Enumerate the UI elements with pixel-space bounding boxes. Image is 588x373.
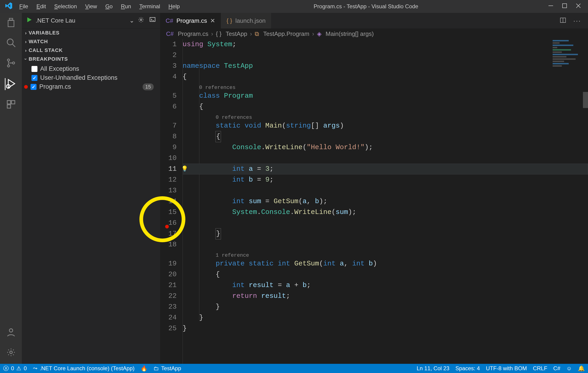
status-encoding[interactable]: UTF-8 with BOM (486, 365, 527, 372)
app-icon (2, 2, 15, 11)
status-language[interactable]: C# (553, 365, 560, 372)
error-icon: ⓧ (3, 365, 9, 372)
activity-accounts-icon[interactable] (6, 327, 16, 338)
section-variables[interactable]: ›VARIABLES (22, 29, 160, 37)
bp-user-unhandled[interactable]: User-Unhandled Exceptions (29, 73, 160, 82)
breakpoints-list: All Exceptions User-Unhandled Exceptions… (22, 64, 160, 91)
tab-program-cs[interactable]: C# Program.cs ✕ (160, 13, 221, 29)
lightbulb-icon[interactable]: 💡 (181, 164, 188, 174)
debug-console-icon[interactable] (149, 16, 156, 25)
section-breakpoints[interactable]: ›BREAKPOINTS (22, 55, 160, 64)
menu-help[interactable]: Help (164, 3, 184, 10)
codelens-references[interactable]: 0 references (183, 82, 588, 91)
debug-alt-icon: ⤳ (33, 365, 37, 372)
window-maximize-icon[interactable] (562, 3, 567, 10)
menu-go[interactable]: Go (101, 3, 117, 10)
menu-terminal[interactable]: Terminal (135, 3, 164, 10)
editor-body[interactable]: 1234 56 78910 11121314 15161718 19202122… (160, 39, 588, 364)
status-bar: ⓧ0 ⚠0 ⤳ .NET Core Launch (console) (Test… (0, 364, 588, 373)
window-close-icon[interactable] (576, 3, 581, 10)
titlebar: File Edit Selection View Go Run Terminal… (0, 0, 588, 13)
status-indent[interactable]: Spaces: 4 (455, 365, 480, 372)
svg-point-7 (7, 65, 10, 67)
menu-selection[interactable]: Selection (50, 3, 81, 10)
status-feedback-icon[interactable]: ☺ (566, 365, 572, 372)
svg-point-6 (7, 59, 10, 61)
svg-point-13 (9, 329, 13, 332)
section-callstack[interactable]: ›CALL STACK (22, 46, 160, 55)
editor-group: C# Program.cs ✕ { } launch.json ··· C# P… (160, 13, 588, 364)
tab-launch-json[interactable]: { } launch.json (221, 13, 271, 29)
activity-source-control-icon[interactable] (6, 58, 16, 69)
codelens-references[interactable]: 1 reference (183, 250, 588, 258)
sidebar-debug: .NET Core Lau ⌄ ›VARIABLES ›WATCH ›CALL … (22, 13, 160, 364)
svg-point-4 (7, 39, 13, 45)
class-icon: ⧉ (255, 30, 259, 37)
bp-label: All Exceptions (40, 65, 79, 72)
csharp-file-icon: C# (166, 30, 174, 37)
status-eol[interactable]: CRLF (533, 365, 547, 372)
warning-icon: ⚠ (16, 365, 21, 372)
status-cursor-position[interactable]: Ln 11, Col 23 (417, 365, 450, 372)
debug-config-dropdown[interactable]: .NET Core Lau (36, 17, 126, 24)
close-icon[interactable]: ✕ (210, 17, 215, 24)
section-watch[interactable]: ›WATCH (22, 37, 160, 46)
activity-search-icon[interactable] (6, 38, 16, 49)
editor-tabs: C# Program.cs ✕ { } launch.json ··· (160, 13, 588, 29)
status-debug-target[interactable]: ⤳ .NET Core Launch (console) (TestApp) (33, 365, 135, 372)
window-minimize-icon[interactable] (548, 3, 554, 10)
svg-rect-11 (11, 101, 15, 104)
svg-line-5 (12, 44, 15, 47)
window-title: Program.cs - TestApp - Visual Studio Cod… (184, 3, 548, 10)
start-debug-icon[interactable] (26, 17, 32, 25)
checkbox-icon[interactable] (32, 66, 37, 72)
menu-view[interactable]: View (81, 3, 101, 10)
svg-point-8 (12, 62, 14, 64)
status-flame-icon[interactable]: 🔥 (141, 365, 147, 372)
bp-all-exceptions[interactable]: All Exceptions (29, 64, 160, 73)
activity-explorer-icon[interactable] (6, 18, 16, 29)
svg-rect-12 (7, 105, 10, 108)
menu-bar: File Edit Selection View Go Run Terminal… (15, 3, 184, 10)
braces-icon: { } (216, 30, 222, 37)
breadcrumb[interactable]: C# Program.cs› { } TestApp› ⧉ TestApp.Pr… (160, 29, 588, 39)
tab-label: launch.json (235, 17, 266, 24)
checkbox-icon[interactable] (32, 75, 37, 81)
bp-line-badge: 15 (143, 84, 154, 90)
menu-run[interactable]: Run (117, 3, 135, 10)
more-actions-icon[interactable]: ··· (573, 17, 581, 25)
line-gutter[interactable]: 1234 56 78910 11121314 15161718 19202122… (160, 39, 180, 334)
activity-run-debug-icon[interactable] (5, 78, 17, 90)
main-area: .NET Core Lau ⌄ ›VARIABLES ›WATCH ›CALL … (0, 13, 588, 364)
json-file-icon: { } (226, 17, 232, 24)
bp-label: Program.cs (39, 83, 71, 90)
code-area[interactable]: using System; namespace TestApp { 0 refe… (183, 39, 588, 334)
method-icon: ◈ (317, 30, 322, 37)
codelens-references[interactable]: 0 references (183, 112, 588, 120)
tab-label: Program.cs (176, 17, 207, 24)
checkbox-icon[interactable] (31, 84, 37, 90)
chevron-down-icon[interactable]: ⌄ (129, 17, 134, 24)
split-editor-icon[interactable] (559, 17, 567, 25)
activity-bar (0, 13, 22, 364)
menu-file[interactable]: File (15, 3, 32, 10)
activity-extensions-icon[interactable] (6, 99, 16, 110)
gear-icon[interactable] (137, 16, 145, 25)
svg-rect-10 (7, 101, 10, 104)
menu-edit[interactable]: Edit (32, 3, 50, 10)
breakpoint-gutter-dot-icon[interactable] (165, 225, 169, 228)
folder-icon: 🗀 (153, 365, 159, 372)
csharp-file-icon: C# (166, 17, 173, 24)
scrollbar-thumb[interactable] (583, 92, 588, 108)
status-problems[interactable]: ⓧ0 ⚠0 (3, 365, 27, 372)
bp-label: User-Unhandled Exceptions (40, 74, 117, 81)
activity-settings-icon[interactable] (6, 347, 16, 358)
debug-toolbar: .NET Core Lau ⌄ (22, 13, 160, 29)
status-notifications-icon[interactable]: 🔔 (578, 365, 585, 372)
status-folder[interactable]: 🗀 TestApp (153, 365, 181, 372)
minimap[interactable] (550, 39, 588, 78)
svg-point-14 (10, 351, 12, 354)
svg-rect-1 (563, 4, 567, 8)
bp-file-program[interactable]: Program.cs 15 (24, 82, 160, 91)
breakpoint-dot-icon (24, 85, 28, 89)
